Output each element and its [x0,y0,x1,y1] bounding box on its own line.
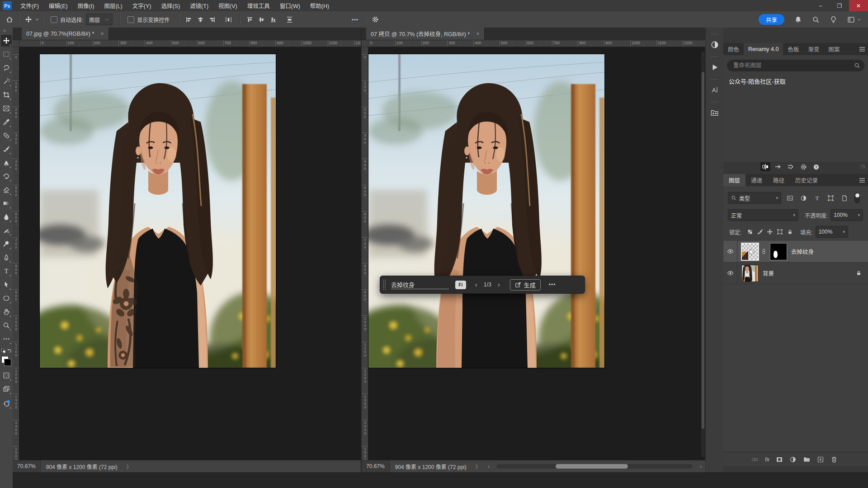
layers-panel-tab[interactable]: 历史记录 [790,174,823,186]
arrow-action-button[interactable] [773,162,783,171]
lock-transparency-icon[interactable] [745,227,755,236]
brush-tool[interactable] [1,143,12,155]
gradient-tool[interactable] [1,197,12,209]
wand-tool[interactable] [1,75,12,87]
visibility-eye-icon[interactable] [723,241,737,262]
document-tab-right[interactable]: 07 拷贝 @ 70.7% (去掉纹身, RGB/8#) * × [366,28,485,40]
scroll-left-arrow[interactable]: ‹ [484,464,493,469]
default-colors-icon[interactable] [7,348,12,353]
menu-item[interactable]: 帮助(H) [305,0,334,11]
swap-colors-icon[interactable] [1,348,6,353]
layer-filter-toggle[interactable] [854,192,860,203]
align-middle-button[interactable] [255,14,267,25]
zoom-level-field[interactable]: 70.67% [13,460,41,472]
tool-preset-chevron-icon[interactable] [34,17,40,22]
eraser-tool[interactable] [1,184,12,196]
rename-search-box[interactable] [727,60,864,71]
canvas-left[interactable] [19,47,361,460]
blur-tool[interactable] [1,211,12,223]
path-select-tool[interactable] [1,279,12,291]
layer-mask-thumbnail[interactable] [770,244,787,260]
auto-select-dropdown[interactable]: 图层 [86,14,113,25]
horizontal-ruler[interactable]: 0100200300400500600700800900100011001200 [19,40,361,47]
new-group-button[interactable] [803,455,811,463]
marquee-tool[interactable] [1,48,12,60]
foreground-background-swatches[interactable] [1,356,11,366]
crop-tool[interactable] [1,89,12,101]
menu-item[interactable]: 滤镜(T) [185,0,213,11]
actions-panel-icon[interactable] [708,61,721,74]
zoom-tool[interactable] [1,319,12,331]
distribute-h-button[interactable] [222,14,234,25]
generative-ai-badge-icon[interactable] [1,398,12,409]
next-variation-button[interactable]: › [493,281,505,288]
layers-panel-tab[interactable]: 通道 [745,174,768,186]
photo-with-tattoo[interactable] [40,54,276,368]
pen-tool[interactable] [1,252,12,263]
align-top-button[interactable] [244,14,255,25]
show-transform-checkbox[interactable] [127,16,134,23]
toolbar-expand-chevron[interactable]: » [0,28,6,34]
new-adjustment-layer-button[interactable] [789,456,797,463]
lock-all-icon[interactable] [785,227,795,236]
vertical-ruler[interactable]: 0100200300400500600700800900100011001200… [13,47,19,460]
panel-menu-icon[interactable] [859,46,865,52]
menu-item[interactable]: 文字(Y) [127,0,156,11]
type-tool[interactable] [1,265,12,277]
generative-layer-thumbnail[interactable] [742,244,758,260]
quick-mask-button[interactable] [1,370,12,381]
link-layers-button[interactable] [751,456,759,463]
filter-type-layers-icon[interactable] [812,193,822,202]
add-layer-mask-button[interactable] [776,456,783,463]
panel-resize-grip[interactable] [860,164,865,169]
layer-mask-link-icon[interactable] [761,249,767,254]
align-bottom-button[interactable] [267,14,279,25]
hand-tool[interactable] [1,306,12,318]
align-center-button[interactable] [194,14,206,25]
more-tool[interactable] [1,333,12,345]
dodge-tool[interactable] [1,238,12,250]
move-tool[interactable] [1,35,12,47]
screen-mode-button[interactable] [1,383,12,395]
restore-button[interactable]: ❐ [830,0,849,11]
lock-position-icon[interactable] [765,227,775,236]
layers-menu-icon[interactable] [859,177,865,183]
scroll-right-arrow[interactable]: › [696,464,705,469]
panel-tab[interactable]: 色板 [783,43,803,55]
fill-field[interactable]: 100% ▾ [816,226,848,238]
panel-tab[interactable]: Renamy 4.0 [744,43,783,55]
canvas-right[interactable]: Fi ‹ 1/3 › 生成 ••• [368,47,705,460]
minimize-button[interactable]: – [811,0,830,11]
character-panel-icon[interactable] [708,84,721,96]
frame-tool[interactable] [1,103,12,114]
document-tab-left[interactable]: 07.jpg @ 70.7%(RGB/8#) * × [22,28,109,40]
menu-item[interactable]: 增效工具 [242,0,275,11]
share-button[interactable]: 共享 [759,14,784,25]
generate-button[interactable]: 生成 [510,279,541,291]
layers-panel-tab[interactable]: 图层 [723,174,745,186]
horizontal-ruler[interactable]: 0100200300400500600700800900100011001200 [368,40,705,47]
ruler-origin-corner[interactable] [362,40,368,47]
history-brush-tool[interactable] [1,170,12,182]
discover-bulb-button[interactable] [830,16,837,23]
lasso-tool[interactable] [1,62,12,74]
auto-select-checkbox[interactable] [51,16,57,23]
notifications-bell-button[interactable] [794,16,802,23]
horizontal-scrollbar[interactable] [496,464,693,469]
layer-row-background[interactable]: 背景 [723,263,868,284]
close-button[interactable]: ✕ [849,0,868,11]
photo-tattoo-removed[interactable] [368,54,604,368]
menu-item[interactable]: 图层(L) [99,0,127,11]
current-tool-icon[interactable] [23,14,34,25]
adjustments-panel-icon[interactable] [708,38,721,51]
ruler-origin-corner[interactable] [13,40,19,47]
layer-row-generative[interactable]: 去掉纹身 [723,241,868,263]
status-chevron[interactable]: 〉 [472,463,484,470]
vertical-ruler[interactable]: 0100200300400500600700800900100011001200… [362,47,368,460]
lock-pixels-icon[interactable] [755,227,765,236]
align-left-button[interactable] [183,14,194,25]
blend-mode-dropdown[interactable]: 正常 ▾ [728,209,798,221]
horizontal-scrollbar-thumb[interactable] [556,464,628,469]
background-color[interactable] [4,359,11,366]
rename-layers-input[interactable] [732,62,852,69]
